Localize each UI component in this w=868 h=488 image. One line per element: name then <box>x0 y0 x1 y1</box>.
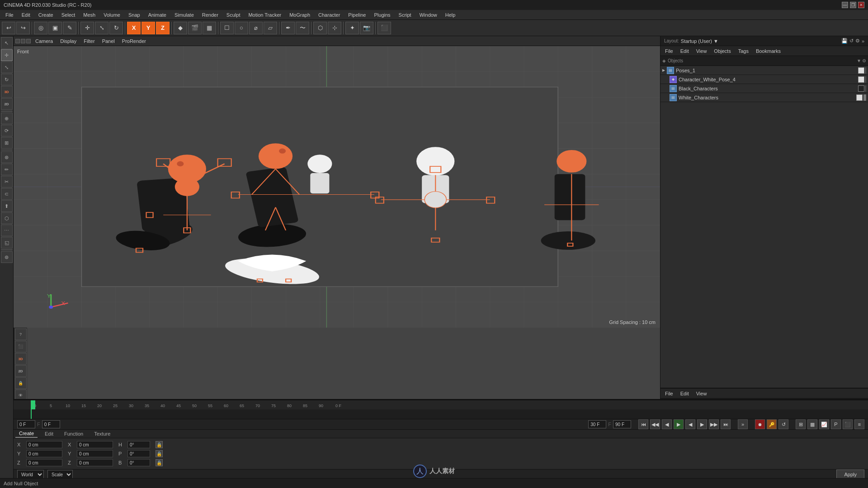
obj-row-char-white[interactable]: ◆ Character_White_Pose_4 <box>660 75 868 84</box>
toolbar-undo-btn[interactable]: ↩ <box>2 22 15 34</box>
toolbar-deform-btn[interactable]: ⬡ <box>313 22 327 34</box>
minimize-button[interactable]: — <box>842 2 848 8</box>
attr-tab-create[interactable]: Create <box>15 430 38 438</box>
vp-filter-menu[interactable]: Filter <box>81 38 97 45</box>
obj-view-menu[interactable]: View <box>693 47 710 55</box>
layout-more-btn[interactable]: » <box>862 38 864 44</box>
obj-objects-menu[interactable]: Objects <box>711 47 733 55</box>
pb-go-start-btn[interactable]: ⏮ <box>638 419 648 429</box>
menu-volume[interactable]: Volume <box>100 11 124 19</box>
tool-bridge[interactable]: ⊂ <box>1 188 13 200</box>
close-button[interactable]: ✕ <box>858 2 864 8</box>
toolbar-redo-btn[interactable]: ↪ <box>16 22 30 34</box>
vp-3d-btn[interactable]: 3D <box>15 353 27 365</box>
pb-record-btn[interactable]: ⏺ <box>755 419 765 429</box>
pb-prev-frame-btn[interactable]: ◀ <box>662 419 672 429</box>
pb-play-btn[interactable]: ▶ <box>674 419 684 429</box>
tool-iron[interactable]: ◱ <box>1 237 13 249</box>
obj-settings-icon[interactable]: ⚙ <box>862 58 866 63</box>
attr-x2-pos[interactable] <box>77 441 113 448</box>
pb-motion-btn[interactable]: ⊞ <box>796 419 806 429</box>
tool-camera-orbit[interactable]: ⟳ <box>1 125 13 136</box>
mat-file-menu[interactable]: File <box>662 390 676 397</box>
toolbar-rect-select-btn[interactable]: ▣ <box>48 22 62 34</box>
tool-knife[interactable]: ✂ <box>1 176 13 188</box>
vp-question-btn[interactable]: ? <box>15 328 27 340</box>
toolbar-camera-btn[interactable]: 📷 <box>360 22 373 34</box>
vp-snap-btn[interactable] <box>15 39 20 43</box>
playhead[interactable] <box>31 409 32 419</box>
vp-lock-btn[interactable]: 🔒 <box>15 377 27 389</box>
tool-camera-move[interactable]: ⊕ <box>1 113 13 124</box>
toolbar-scene-btn[interactable]: 🎬 <box>188 22 202 34</box>
obj-bookmarks-menu[interactable]: Bookmarks <box>753 47 783 55</box>
attr-tab-edit[interactable]: Edit <box>41 430 57 437</box>
pb-marker-btn[interactable]: ⬛ <box>843 419 853 429</box>
toolbar-add-cylinder-btn[interactable]: ⌀ <box>249 22 263 34</box>
mat-edit-menu[interactable]: Edit <box>678 390 692 397</box>
toolbar-render-btn[interactable]: ▦ <box>203 22 216 34</box>
obj-row-black-chars[interactable]: ▤ Black_Characters <box>660 84 868 93</box>
menu-plugins[interactable]: Plugins <box>370 11 394 19</box>
toolbar-scale-btn[interactable]: ⤡ <box>95 22 108 34</box>
tool-extrude[interactable]: ⬆ <box>1 200 13 212</box>
tool-move[interactable]: ✛ <box>1 49 13 61</box>
attr-h-val[interactable] <box>127 441 150 448</box>
pb-keyframe-btn[interactable]: 🔑 <box>767 419 777 429</box>
frame-input2[interactable] <box>42 420 60 428</box>
pb-graph-btn[interactable]: 📈 <box>819 419 829 429</box>
menu-character[interactable]: Character <box>315 11 344 19</box>
menu-simulate[interactable]: Simulate <box>171 11 198 19</box>
vp-extra-btn[interactable] <box>26 39 31 43</box>
toolbar-spline-btn[interactable]: 〜 <box>296 22 309 34</box>
menu-mesh[interactable]: Mesh <box>80 11 99 19</box>
attr-h-lock[interactable]: 🔒 <box>156 441 163 448</box>
coord-system-select[interactable]: World Object <box>17 470 44 479</box>
menu-render[interactable]: Render <box>198 11 222 19</box>
toolbar-nurbs-btn[interactable]: ⊹ <box>328 22 341 34</box>
layout-save-btn[interactable]: 💾 <box>841 38 848 44</box>
attr-tab-function[interactable]: Function <box>61 430 87 437</box>
toolbar-floor-btn[interactable]: ⬛ <box>377 22 391 34</box>
layout-manage-btn[interactable]: ⚙ <box>855 38 860 44</box>
menu-window[interactable]: Window <box>416 11 441 19</box>
menu-motion-tracker[interactable]: Motion Tracker <box>245 11 285 19</box>
toolbar-free-select-btn[interactable]: ✎ <box>63 22 76 34</box>
obj-filter-icon[interactable]: ▼ <box>857 58 861 63</box>
attr-b-lock[interactable]: 🔒 <box>156 459 163 466</box>
toolbar-add-sphere-btn[interactable]: ○ <box>235 22 248 34</box>
tool-snap[interactable]: ⊚ <box>1 251 13 263</box>
layout-select[interactable]: Startup (User) ▼ <box>681 38 718 44</box>
toolbar-move-btn[interactable]: ✛ <box>80 22 94 34</box>
toolbar-live-select-btn[interactable]: ◎ <box>34 22 47 34</box>
menu-select[interactable]: Select <box>58 11 79 19</box>
obj-char-white-check[interactable] <box>858 76 864 83</box>
timeline-start-marker[interactable] <box>31 400 35 409</box>
pb-loop-btn[interactable]: ↺ <box>778 419 788 429</box>
menu-create[interactable]: Create <box>35 11 57 19</box>
menu-edit[interactable]: Edit <box>18 11 34 19</box>
obj-poses1-check1[interactable] <box>858 67 864 74</box>
pb-anim-btn[interactable]: ▦ <box>807 419 817 429</box>
toolbar-z-axis-btn[interactable]: Z <box>156 22 170 34</box>
obj-tags-menu[interactable]: Tags <box>736 47 751 55</box>
attr-z-pos[interactable] <box>26 459 62 466</box>
tool-scale[interactable]: ⤡ <box>1 61 13 73</box>
pb-next-keyframe-btn[interactable]: ▶▶ <box>709 419 719 429</box>
fps-display[interactable] <box>588 420 606 428</box>
attr-b-val[interactable] <box>127 459 150 466</box>
attr-x-pos[interactable] <box>26 441 62 448</box>
toolbar-y-axis-btn[interactable]: Y <box>142 22 155 34</box>
vp-scene-btn[interactable]: ⬛ <box>15 341 27 352</box>
attr-tab-texture[interactable]: Texture <box>90 430 114 437</box>
attr-p-lock[interactable]: 🔒 <box>156 450 163 457</box>
attr-y-pos[interactable] <box>26 450 62 457</box>
menu-help[interactable]: Help <box>442 11 459 19</box>
obj-row-poses1[interactable]: ▶ ▤ Poses_1 <box>660 66 868 75</box>
scale-select[interactable]: Scale Size <box>47 470 73 479</box>
toolbar-light-btn[interactable]: ✦ <box>345 22 359 34</box>
vp-prorender-menu[interactable]: ProRender <box>119 38 149 45</box>
obj-row-white-chars[interactable]: ▤ White_Characters <box>660 93 868 102</box>
pb-go-end-btn[interactable]: ⏭ <box>721 419 731 429</box>
menu-snap[interactable]: Snap <box>125 11 144 19</box>
